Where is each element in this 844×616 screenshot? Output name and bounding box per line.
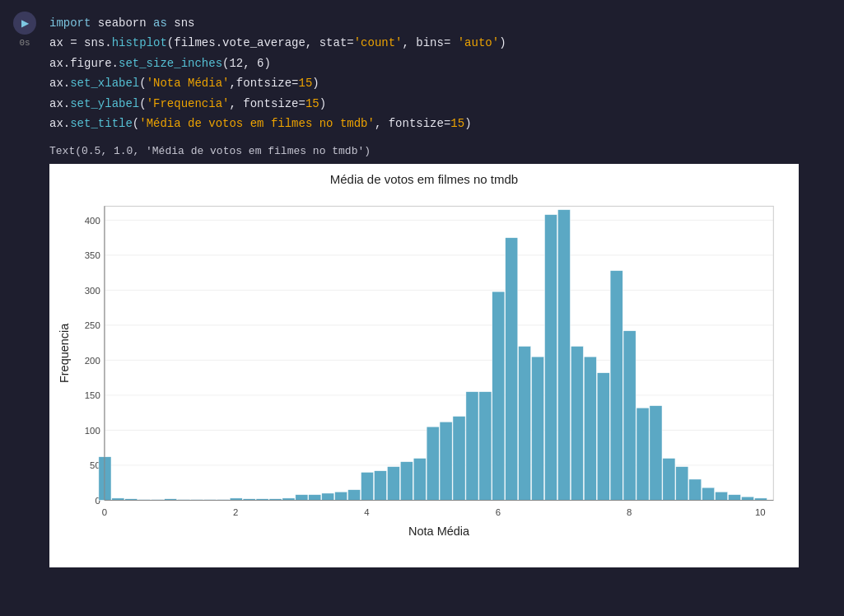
svg-text:8: 8	[627, 507, 632, 517]
cell-content: import seaborn as snsax = sns.histplot(f…	[49, 7, 844, 574]
svg-rect-57	[519, 347, 531, 501]
svg-rect-40	[296, 495, 308, 501]
svg-rect-59	[544, 215, 557, 501]
svg-text:10: 10	[755, 507, 766, 517]
svg-text:Frequencia: Frequencia	[58, 323, 71, 383]
chart-area: 0501001502002503003504000246810Nota Médi…	[58, 191, 790, 545]
svg-rect-63	[597, 373, 609, 501]
svg-rect-74	[741, 497, 753, 501]
svg-text:Nota Média: Nota Média	[408, 525, 470, 538]
svg-rect-60	[557, 210, 570, 501]
svg-rect-47	[387, 467, 399, 501]
run-button[interactable]: ▶	[13, 12, 36, 35]
svg-rect-61	[571, 347, 583, 501]
svg-text:0: 0	[102, 507, 107, 517]
svg-rect-67	[650, 406, 662, 501]
histogram-chart: 0501001502002503003504000246810Nota Médi…	[58, 191, 790, 545]
svg-rect-46	[374, 471, 386, 501]
svg-rect-43	[335, 492, 347, 501]
notebook-cell: ▶ 0s import seaborn as snsax = sns.histp…	[0, 0, 844, 581]
svg-rect-49	[413, 459, 426, 501]
svg-rect-52	[453, 417, 465, 501]
svg-text:4: 4	[364, 507, 369, 517]
svg-rect-58	[532, 357, 544, 500]
svg-rect-54	[479, 392, 492, 501]
svg-text:250: 250	[85, 320, 100, 330]
svg-rect-66	[636, 408, 649, 501]
svg-rect-70	[689, 479, 702, 501]
output-text: Text(0.5, 1.0, 'Média de votos em filmes…	[49, 140, 831, 161]
svg-text:2: 2	[233, 507, 238, 517]
svg-text:350: 350	[85, 250, 100, 260]
svg-rect-41	[309, 495, 321, 501]
svg-rect-25	[99, 457, 111, 501]
code-line: ax.set_ylabel('Frequencia', fontsize=15)	[49, 94, 831, 114]
svg-rect-62	[584, 357, 596, 500]
code-line: import seaborn as sns	[49, 13, 831, 33]
code-line: ax.figure.set_size_inches(12, 6)	[49, 54, 831, 73]
svg-text:400: 400	[85, 216, 100, 226]
code-line: ax = sns.histplot(filmes.vote_average, s…	[49, 33, 831, 53]
svg-rect-71	[702, 488, 715, 500]
svg-rect-72	[716, 492, 728, 501]
cell-gutter: ▶ 0s	[0, 7, 49, 574]
svg-rect-69	[676, 467, 688, 501]
svg-text:300: 300	[85, 286, 100, 296]
svg-rect-44	[348, 490, 361, 501]
svg-rect-51	[440, 422, 452, 501]
svg-rect-73	[728, 495, 740, 501]
svg-rect-53	[466, 392, 478, 501]
svg-text:200: 200	[85, 356, 100, 366]
chart-title: Média de votos em filmes no tmdb	[58, 172, 790, 186]
svg-rect-65	[623, 331, 636, 501]
code-line: ax.set_title('Média de votos em filmes n…	[49, 114, 831, 133]
svg-rect-64	[610, 271, 623, 501]
svg-rect-50	[427, 427, 439, 500]
svg-rect-48	[400, 462, 413, 501]
svg-rect-56	[506, 238, 518, 501]
svg-rect-45	[361, 473, 373, 501]
run-count: 0s	[19, 38, 30, 48]
code-line: ax.set_xlabel('Nota Média',fontsize=15)	[49, 73, 831, 93]
svg-rect-55	[492, 292, 505, 500]
svg-text:6: 6	[496, 507, 501, 517]
svg-rect-42	[322, 493, 334, 501]
chart-container: Média de votos em filmes no tmdb 0501001…	[49, 164, 799, 567]
code-block: import seaborn as snsax = sns.histplot(f…	[49, 7, 831, 140]
svg-text:150: 150	[85, 390, 100, 400]
svg-rect-68	[663, 459, 675, 501]
svg-text:100: 100	[85, 426, 100, 436]
